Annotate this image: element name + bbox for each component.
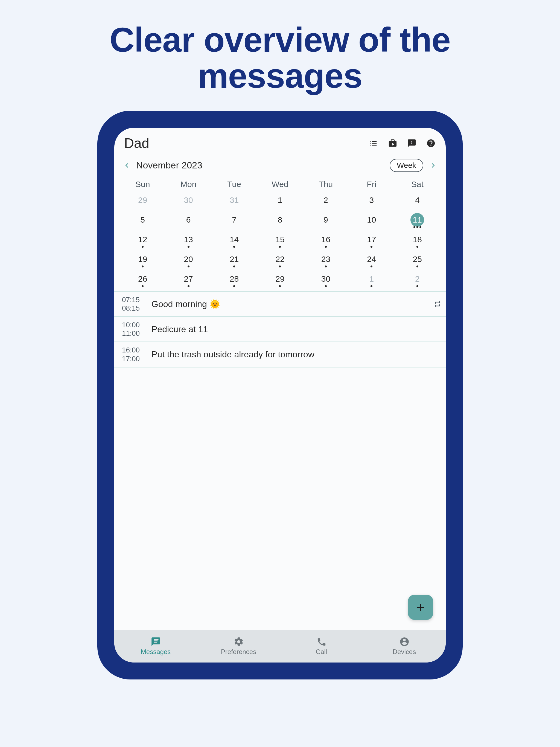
day-of-week: Thu bbox=[303, 177, 349, 192]
calendar-day[interactable]: 29 bbox=[120, 192, 166, 211]
calendar-day[interactable]: 15 bbox=[257, 231, 303, 251]
calendar-day[interactable]: 18 bbox=[394, 231, 440, 251]
calendar-day[interactable]: 9 bbox=[303, 211, 349, 231]
calendar-day[interactable]: 5 bbox=[120, 211, 166, 231]
bottom-nav: Messages Preferences Call Devices bbox=[114, 630, 446, 663]
calendar-day[interactable]: 31 bbox=[211, 192, 257, 211]
video-library-icon[interactable] bbox=[388, 138, 398, 148]
headline-line1: Clear overview of the bbox=[110, 21, 450, 59]
calendar-day[interactable]: 3 bbox=[349, 192, 394, 211]
add-button[interactable]: + bbox=[408, 595, 433, 620]
calendar-day[interactable]: 30 bbox=[166, 192, 211, 211]
messages-icon bbox=[151, 637, 161, 647]
day-number: 18 bbox=[410, 233, 424, 247]
calendar-day[interactable]: 12 bbox=[120, 231, 166, 251]
header-icons bbox=[368, 138, 436, 148]
calendar: SunMonTueWedThuFriSat 293031123456789101… bbox=[114, 175, 446, 291]
calendar-day[interactable]: 23 bbox=[303, 251, 349, 271]
month-label[interactable]: November 2023 bbox=[136, 160, 202, 171]
event-row[interactable]: 16:0017:00Put the trash outside already … bbox=[114, 341, 446, 367]
list-icon[interactable] bbox=[368, 138, 378, 148]
day-number: 12 bbox=[136, 233, 150, 247]
event-dots bbox=[233, 246, 235, 249]
calendar-day[interactable]: 30 bbox=[303, 271, 349, 290]
calendar-day[interactable]: 7 bbox=[211, 211, 257, 231]
phone-icon bbox=[316, 637, 327, 647]
calendar-day[interactable]: 11 bbox=[394, 211, 440, 231]
day-number: 1 bbox=[273, 193, 287, 207]
calendar-day[interactable]: 8 bbox=[257, 211, 303, 231]
day-number: 29 bbox=[273, 272, 287, 286]
event-row[interactable]: 07:1508:15Good morning 🌞 bbox=[114, 291, 446, 316]
day-number: 31 bbox=[228, 193, 241, 207]
day-number: 10 bbox=[365, 213, 378, 227]
event-row[interactable]: 10:0011:00Pedicure at 11 bbox=[114, 316, 446, 341]
day-number: 6 bbox=[182, 213, 195, 227]
calendar-day[interactable]: 21 bbox=[211, 251, 257, 271]
calendar-day[interactable]: 26 bbox=[120, 271, 166, 290]
calendar-day[interactable]: 24 bbox=[349, 251, 394, 271]
nav-messages[interactable]: Messages bbox=[114, 637, 197, 656]
calendar-day[interactable]: 22 bbox=[257, 251, 303, 271]
day-of-week: Tue bbox=[211, 177, 257, 192]
prev-month-icon[interactable] bbox=[124, 162, 130, 169]
day-number: 29 bbox=[136, 193, 150, 207]
event-text: Pedicure at 11 bbox=[146, 324, 441, 334]
event-list: 07:1508:15Good morning 🌞10:0011:00Pedicu… bbox=[114, 291, 446, 367]
feedback-icon[interactable] bbox=[407, 138, 417, 148]
person-icon bbox=[399, 637, 410, 647]
event-dots bbox=[416, 246, 418, 249]
calendar-day[interactable]: 10 bbox=[349, 211, 394, 231]
day-of-week-row: SunMonTueWedThuFriSat bbox=[120, 177, 440, 192]
day-of-week: Wed bbox=[257, 177, 303, 192]
day-number: 14 bbox=[228, 233, 241, 247]
event-dots bbox=[233, 265, 235, 268]
day-number: 26 bbox=[136, 272, 150, 286]
day-number: 27 bbox=[182, 272, 195, 286]
day-number: 9 bbox=[319, 213, 332, 227]
event-dots bbox=[371, 285, 373, 288]
day-number: 17 bbox=[365, 233, 378, 247]
day-number: 30 bbox=[182, 193, 195, 207]
calendar-day[interactable]: 4 bbox=[394, 192, 440, 211]
nav-call[interactable]: Call bbox=[280, 637, 363, 656]
day-number: 2 bbox=[319, 193, 332, 207]
day-of-week: Sun bbox=[120, 177, 166, 192]
calendar-day[interactable]: 1 bbox=[349, 271, 394, 290]
nav-devices[interactable]: Devices bbox=[363, 637, 446, 656]
app-header: Dad bbox=[114, 128, 446, 155]
day-number: 23 bbox=[319, 252, 332, 266]
day-number: 25 bbox=[410, 252, 424, 266]
calendar-day[interactable]: 1 bbox=[257, 192, 303, 211]
event-time: 07:1508:15 bbox=[119, 295, 146, 312]
calendar-day[interactable]: 25 bbox=[394, 251, 440, 271]
calendar-day[interactable]: 28 bbox=[211, 271, 257, 290]
calendar-day[interactable]: 27 bbox=[166, 271, 211, 290]
day-number: 24 bbox=[365, 252, 378, 266]
nav-preferences[interactable]: Preferences bbox=[197, 637, 280, 656]
event-dots bbox=[233, 285, 235, 288]
date-grid: 2930311234567891011121314151617181920212… bbox=[120, 192, 440, 290]
day-number: 15 bbox=[273, 233, 287, 247]
calendar-day[interactable]: 6 bbox=[166, 211, 211, 231]
next-month-icon[interactable] bbox=[430, 162, 436, 169]
calendar-day[interactable]: 29 bbox=[257, 271, 303, 290]
event-time: 16:0017:00 bbox=[119, 346, 146, 363]
calendar-day[interactable]: 17 bbox=[349, 231, 394, 251]
calendar-day[interactable]: 20 bbox=[166, 251, 211, 271]
view-mode-button[interactable]: Week bbox=[390, 159, 423, 172]
day-of-week: Fri bbox=[349, 177, 394, 192]
day-number: 30 bbox=[319, 272, 332, 286]
day-number: 1 bbox=[365, 272, 378, 286]
calendar-day[interactable]: 13 bbox=[166, 231, 211, 251]
calendar-day[interactable]: 14 bbox=[211, 231, 257, 251]
calendar-day[interactable]: 2 bbox=[394, 271, 440, 290]
device-frame: Dad November 20 bbox=[97, 111, 463, 679]
day-number: 16 bbox=[319, 233, 332, 247]
month-nav: November 2023 Week bbox=[114, 155, 446, 175]
calendar-day[interactable]: 2 bbox=[303, 192, 349, 211]
help-icon[interactable] bbox=[426, 138, 436, 148]
event-dots bbox=[279, 265, 281, 268]
calendar-day[interactable]: 19 bbox=[120, 251, 166, 271]
calendar-day[interactable]: 16 bbox=[303, 231, 349, 251]
